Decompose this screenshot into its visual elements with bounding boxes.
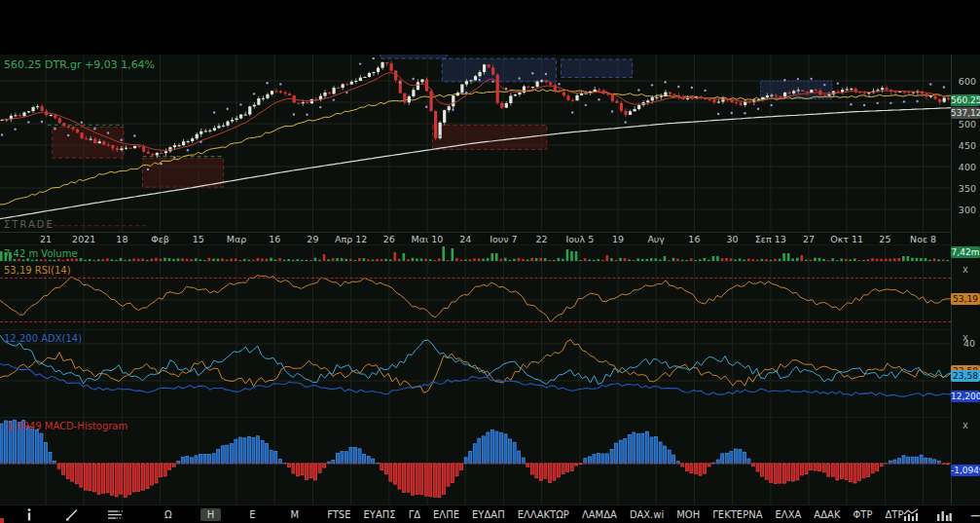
symbol-tab[interactable]: ΛΑΜΔΑ	[582, 509, 617, 520]
time-axis-label: 27	[803, 234, 815, 244]
info-icon[interactable]	[21, 508, 37, 522]
time-axis-label: 19	[612, 234, 624, 244]
price-tick-label: 500	[959, 119, 976, 130]
price-tick-label: 350	[959, 183, 976, 194]
symbol-tab[interactable]: ΕΛΛΑΚΤΩΡ	[518, 509, 569, 520]
timeframe-button-Μ[interactable]: Μ	[284, 508, 307, 521]
time-axis-label: 22	[536, 234, 548, 244]
adx-label: 12,200 ADX(14)	[4, 333, 82, 344]
symbol-tab[interactable]: DAX.wi	[630, 509, 664, 520]
symbol-tab[interactable]: ΕΛΠΕ	[433, 509, 459, 520]
time-axis-label: Ιουν 7	[490, 234, 517, 244]
symbol-tab[interactable]: FTSE	[327, 509, 350, 520]
price-tick-label: 400	[959, 162, 976, 172]
time-axis-label: Οκτ 11	[830, 234, 863, 244]
symbol-tab[interactable]: ΓΕΚΤΕΡΝΑ	[712, 509, 762, 520]
time-axis-label: Μαρ	[227, 234, 247, 244]
prev-close-badge: 537,12	[951, 107, 980, 119]
adx-panel[interactable]: 12,200 ADX(14)	[0, 329, 951, 418]
platform-watermark: ΣΤRADE	[4, 219, 54, 230]
volume-bars	[0, 245, 951, 262]
price-tick-label: 450	[959, 140, 976, 151]
draw-pencil-icon[interactable]	[64, 508, 80, 522]
adx-value-badge: 12,200	[951, 391, 980, 402]
symbol-tab[interactable]: ΑΔΑΚ	[814, 509, 840, 520]
time-axis-label: Σεπ 13	[755, 234, 786, 244]
last-price-badge: 560.25	[951, 94, 980, 106]
symbol-tab[interactable]: ΕΛΧΑ	[776, 509, 802, 520]
price-tick-label: 600	[959, 76, 976, 87]
price-scale[interactable]: 600500450400350300	[951, 55, 980, 504]
symbol-tab-strip: FTSEΕΥΑΠΣΓΔΕΛΠΕΕΥΔΑΠΕΛΛΑΚΤΩΡΛΑΜΔΑDAX.wiΜ…	[327, 509, 903, 520]
timeframe-button-group: ΩΗΕΜ	[158, 508, 306, 521]
timeframe-button-Ε[interactable]: Ε	[242, 508, 262, 521]
macd-value-badge: -1,0949	[951, 465, 980, 476]
indicator-list-icon[interactable]	[107, 508, 123, 522]
timeframe-button-Η[interactable]: Η	[200, 508, 222, 521]
bottom-toolbar: ΩΗΕΜ FTSEΕΥΑΠΣΓΔΕΛΠΕΕΥΔΑΠΕΛΛΑΚΤΩΡΛΑΜΔΑDA…	[0, 504, 980, 523]
bar-chart-icon[interactable]	[936, 508, 952, 522]
time-axis-label: 16	[688, 234, 700, 244]
volume-label: 7,42 m Volume	[4, 248, 78, 259]
toolbar-right-group: − +	[903, 508, 980, 522]
symbol-tab[interactable]: ΕΥΑΠΣ	[364, 509, 396, 520]
price-tick-label: 300	[959, 205, 976, 215]
adx-close-button[interactable]: x	[960, 332, 971, 344]
time-axis-label: 26	[383, 234, 395, 244]
trading-terminal: 560.25 DTR.gr +9,03 1,64% ΣΤRADE 2120211…	[0, 0, 980, 523]
volume-value-badge: 7,42m	[951, 246, 980, 258]
rsi-line	[0, 262, 951, 330]
price-chart-panel[interactable]	[0, 55, 951, 232]
time-axis-label: 16	[269, 234, 280, 244]
time-axis-label: 18	[116, 234, 127, 244]
line-chart-icon[interactable]	[903, 508, 919, 522]
time-axis-label: Αυγ	[647, 234, 665, 244]
rsi-label: 53,19 RSI(14)	[4, 265, 71, 276]
macd-zero-line	[0, 463, 980, 464]
rsi-panel[interactable]: 53,19 RSI(14)	[0, 261, 951, 330]
symbol-tab[interactable]: ΕΥΔΑΠ	[472, 509, 505, 520]
macd-panel[interactable]: -1,0949 MACD-Histogram	[0, 417, 951, 505]
rsi-value-badge: 53,19	[951, 293, 980, 305]
symbol-tab[interactable]: ΦΤΡ	[853, 509, 872, 520]
time-axis-label: Απρ 12	[335, 234, 367, 244]
rsi-lower-level-line	[0, 321, 980, 322]
time-axis-label: 2021	[72, 234, 95, 244]
time-axis-label: Μαι 10	[412, 234, 444, 244]
rsi-upper-level-line	[0, 278, 980, 279]
time-axis-label: Φεβ	[151, 234, 169, 244]
ticker-header: 560.25 DTR.gr +9,03 1,64%	[4, 58, 155, 71]
top-strip	[0, 0, 980, 55]
macd-close-button[interactable]: x	[960, 420, 971, 431]
time-axis-label: 29	[307, 234, 318, 244]
macd-histogram	[0, 418, 951, 505]
time-axis-label: 21	[40, 234, 52, 244]
toolbar-icon-group	[21, 508, 123, 522]
time-axis-label: 30	[727, 234, 739, 244]
time-axis-label: 24	[459, 234, 471, 244]
candlestick-chart	[0, 55, 951, 232]
symbol-tab[interactable]: ΜΟΗ	[676, 509, 700, 520]
time-axis-label: Ιουλ 5	[565, 234, 594, 244]
rsi-close-button[interactable]: x	[960, 264, 971, 276]
volume-panel[interactable]: 7,42 m Volume	[0, 244, 951, 262]
timeframe-button-Ω[interactable]: Ω	[158, 508, 179, 521]
status-dot	[0, 518, 4, 523]
zoom-out-button[interactable]: −	[969, 508, 980, 522]
macd-label: -1,0949 MACD-Histogram	[4, 421, 127, 431]
symbol-tab[interactable]: ΓΔ	[409, 509, 420, 520]
symbol-tab[interactable]: ΔΤΡ	[885, 509, 903, 520]
time-axis-label: 15	[193, 234, 204, 244]
time-axis-label: Νοε 8	[910, 234, 936, 244]
di-plus-value-badge: 23,58	[951, 370, 980, 382]
adx-lines	[0, 330, 951, 418]
time-axis-label: 25	[879, 234, 890, 244]
